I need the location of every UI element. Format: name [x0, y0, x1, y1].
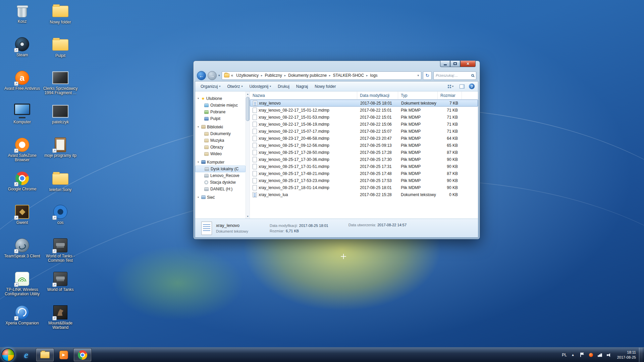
forward-button[interactable]: →: [208, 71, 217, 80]
sidebar-group-ulubione[interactable]: ▾★Ulubione: [195, 95, 246, 102]
file-row-xray-lenovo-08-22-17-15-07-17-mdmp[interactable]: xray_lenovo_08-22-17_15-07-17.mdmp2017-0…: [250, 128, 478, 135]
desktop-icon-clerks-sprzedawcy-1994-fragment[interactable]: Clerks Sprzedawcy 1994 Fragment ...: [42, 69, 79, 103]
file-row-xray-lenovo-08-23-17-20-46-58-mdmp[interactable]: xray_lenovo_08-23-17_20-46-58.mdmp2017-0…: [250, 135, 478, 142]
file-row-xray-lenovo-08-22-17-15-06-19-mdmp[interactable]: xray_lenovo_08-22-17_15-06-19.mdmp2017-0…: [250, 121, 478, 128]
sidebar-item-lenovo-recove[interactable]: Lenovo_Recove: [195, 172, 246, 179]
sidebar-item-ostatnie-miejsc[interactable]: Ostatnie miejsc: [195, 102, 246, 109]
column-header-modified[interactable]: Data modyfikacji: [357, 92, 398, 99]
desktop-icon-xperia-companion[interactable]: ↗Xperia Companion: [3, 304, 41, 337]
taskbar-windows-explorer[interactable]: [36, 348, 54, 362]
column-header-type[interactable]: Typ: [398, 92, 438, 99]
breadcrumb-item-publiczny[interactable]: Publiczny: [263, 72, 283, 78]
desktop-icon-cos[interactable]: ↗cos: [42, 203, 79, 237]
sidebar-item-dokumenty[interactable]: Dokumenty: [195, 130, 246, 137]
desktop-icon-pulpit[interactable]: Pulpit: [42, 36, 79, 69]
sidebar-item-obrazy[interactable]: Obrazy: [195, 144, 246, 150]
file-row-xray-lenovo-08-25-17-17-48-21-mdmp[interactable]: xray_lenovo_08-25-17_17-48-21.mdmp2017-0…: [250, 170, 478, 177]
breadcrumb-item-stalker-shoc[interactable]: STALKER-SHOC: [332, 72, 365, 78]
breadcrumb-item-użytkownicy[interactable]: Użytkownicy: [235, 72, 260, 78]
file-row-xray-lenovo-08-25-17-17-28-50-mdmp[interactable]: xray_lenovo_08-25-17_17-28-50.mdmp2017-0…: [250, 149, 478, 156]
desktop-icon-avast-free-antivirus[interactable]: ↗Avast Free Antivirus: [3, 69, 41, 103]
desktop-icon-google-chrome[interactable]: ↗Google Chrome: [3, 170, 41, 203]
toolbar-udostępnij[interactable]: Udostępnij▾: [246, 81, 274, 91]
taskbar-internet-explorer[interactable]: e: [17, 348, 35, 362]
desktop-icon-komputer[interactable]: Komputer: [3, 103, 41, 136]
desktop-icon-world-of-tanks[interactable]: ↗World of Tanks: [42, 270, 79, 304]
toolbar-nowy-folder[interactable]: Nowy folder: [311, 81, 339, 91]
sidebar-item-daniel-h[interactable]: DANIEL (H:): [195, 186, 246, 192]
close-button[interactable]: ×: [460, 61, 476, 67]
desktop-icon-steam[interactable]: ↗Steam: [3, 36, 41, 69]
show-desktop-button[interactable]: [639, 348, 643, 362]
clock[interactable]: 18:11 2017-08-25: [615, 350, 636, 360]
desktop-icon-moje-programy-itp[interactable]: ↗moje programy itp: [42, 136, 79, 170]
file-row-xray-lenovo-08-25-17-18-01-14-mdmp[interactable]: xray_lenovo_08-25-17_18-01-14.mdmp2017-0…: [250, 184, 478, 191]
breadcrumb-item-logs[interactable]: logs: [369, 72, 379, 78]
desktop-icon-nowy-folder[interactable]: Nowy folder: [42, 2, 79, 36]
antivirus-tray-icon[interactable]: [588, 352, 594, 358]
sidebar-item-dysk-lokalny-c[interactable]: Dysk lokalny (C: [195, 166, 246, 172]
desktop-icon-mount-blade-warband[interactable]: ↗Mount&Blade Warband: [42, 304, 79, 337]
sidebar-item-muzyka[interactable]: Muzyka: [195, 137, 246, 144]
back-button[interactable]: ←: [197, 71, 206, 80]
search-icon[interactable]: [471, 74, 474, 77]
desktop-icon-patelczyk[interactable]: patelczyk: [42, 103, 79, 136]
file-row-xray-lenovo-08-25-17-17-31-51-mdmp[interactable]: xray_lenovo_08-25-17_17-31-51.mdmp2017-0…: [250, 163, 478, 170]
breadcrumb-overflow[interactable]: «: [231, 73, 233, 78]
file-row-xray-lenovo-lua[interactable]: xray_lenovo_lua2017-08-22 15:28Dokument …: [250, 191, 478, 198]
column-header-name[interactable]: Nazwa: [250, 92, 357, 99]
change-view-button[interactable]: ▾: [446, 83, 455, 89]
titlebar[interactable]: ×: [194, 61, 480, 70]
sidebar-group-biblioteki[interactable]: ▾Biblioteki: [195, 123, 246, 130]
help-button[interactable]: ?: [469, 83, 475, 89]
address-dropdown-icon[interactable]: ▾: [417, 74, 419, 77]
recent-pages-dropdown[interactable]: ▾: [218, 74, 220, 77]
sidebar-item-stacja-dysków[interactable]: Stacja dysków: [195, 179, 246, 186]
desktop-icon-kosz[interactable]: Kosz: [3, 2, 41, 36]
file-row-xray-lenovo-08-25-17-17-53-23-mdmp[interactable]: xray_lenovo_08-25-17_17-53-23.mdmp2017-0…: [250, 177, 478, 184]
hidden-icons-chevron[interactable]: ▲: [570, 352, 576, 358]
sidebar-group-sieć[interactable]: ▾Sieć: [195, 194, 246, 201]
file-row-xray-lenovo-08-25-17-17-30-36-mdmp[interactable]: xray_lenovo_08-25-17_17-30-36.mdmp2017-0…: [250, 156, 478, 163]
maximize-button[interactable]: [450, 61, 460, 67]
desktop-icon-teamspeak-3-client[interactable]: ↗TeamSpeak 3 Client: [3, 237, 41, 270]
scrollbar-thumb[interactable]: [246, 97, 250, 121]
refresh-button[interactable]: ↻: [423, 71, 432, 80]
scrollbar-track[interactable]: [246, 96, 250, 214]
action-center-icon[interactable]: [579, 352, 585, 358]
address-bar[interactable]: « Użytkownicy▸Publiczny▸Dokumenty public…: [222, 71, 421, 80]
taskbar-chrome[interactable]: [73, 348, 92, 362]
preview-pane-button[interactable]: [458, 83, 466, 90]
desktop-icon-avast-safezone-browser[interactable]: ↗Avast SafeZone Browser: [3, 136, 41, 170]
file-type: Plik MDMP: [398, 185, 438, 190]
file-row-xray-lenovo-08-25-17-09-12-56-mdmp[interactable]: xray_lenovo_08-25-17_09-12-56.mdmp2017-0…: [250, 142, 478, 149]
network-icon[interactable]: [597, 352, 603, 358]
sidebar-item-wideo[interactable]: Wideo: [195, 150, 246, 157]
breadcrumb-item-dokumenty-publiczne[interactable]: Dokumenty publiczne: [287, 72, 328, 78]
sidebar-item-pulpit[interactable]: Pulpit: [195, 115, 246, 122]
sidebar-group-komputer[interactable]: ▾Komputer: [195, 159, 246, 166]
toolbar-otwórz[interactable]: Otwórz▾: [224, 81, 246, 91]
language-indicator[interactable]: PL: [562, 353, 567, 357]
file-row-xray-lenovo[interactable]: xray_lenovo2017-08-25 18:01Dokument teks…: [250, 100, 478, 107]
desktop-icon-telefon-sony[interactable]: telefon Sony: [42, 170, 79, 203]
taskbar-media-player[interactable]: ▶: [55, 348, 73, 362]
search-box[interactable]: Przeszukaj:...: [433, 71, 476, 80]
toolbar-drukuj[interactable]: Drukuj: [274, 81, 293, 91]
file-row-xray-lenovo-08-22-17-15-01-53-mdmp[interactable]: xray_lenovo_08-22-17_15-01-53.mdmp2017-0…: [250, 114, 478, 121]
file-modified: 2017-08-25 17:31: [357, 164, 398, 169]
desktop-icon-tp-link-wireless-configuration-utility[interactable]: ↗TP-LINK Wireless Configuration Utility: [3, 270, 41, 304]
sidebar-item-pobrane[interactable]: Pobrane: [195, 109, 246, 115]
toolbar-nagraj[interactable]: Nagraj: [293, 81, 311, 91]
sidebar-item-label: Wideo: [210, 152, 222, 156]
scroll-up-button[interactable]: ▲: [246, 92, 250, 96]
desktop-icon-gwent[interactable]: ↗Gwent: [3, 203, 41, 237]
file-row-xray-lenovo-08-22-17-15-01-12-mdmp[interactable]: xray_lenovo_08-22-17_15-01-12.mdmp2017-0…: [250, 107, 478, 114]
start-button[interactable]: [1, 348, 15, 362]
scroll-down-button[interactable]: ▼: [246, 214, 250, 219]
desktop-icon-world-of-tanks-common-test[interactable]: ↗World of Tanks - Common Test: [42, 237, 79, 270]
toolbar-organizuj[interactable]: Organizuj▾: [197, 81, 224, 91]
volume-icon[interactable]: [606, 352, 612, 358]
column-header-size[interactable]: Rozmiar: [438, 92, 462, 99]
minimize-button[interactable]: [440, 61, 450, 67]
